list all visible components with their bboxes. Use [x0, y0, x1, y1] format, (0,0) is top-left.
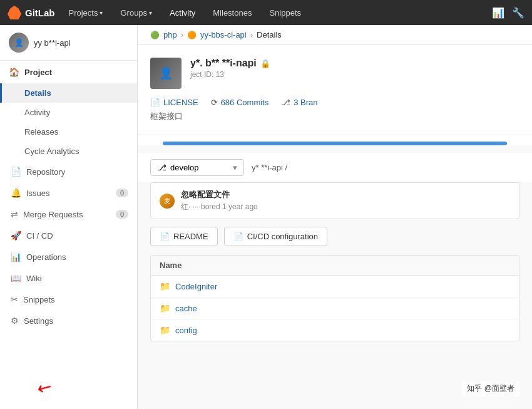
stat-branches[interactable]: ⎇ 3 Bran	[281, 98, 317, 107]
sidebar-item-cycle-analytics[interactable]: Cycle Analytics	[0, 142, 137, 161]
table-row[interactable]: 📁 cache	[151, 298, 519, 319]
stat-commits[interactable]: ⟳ 686 Commits	[211, 98, 269, 107]
file-name: config	[175, 326, 510, 335]
snippets-icon: ✂	[11, 294, 18, 304]
commit-author-avatar: 麦	[160, 194, 175, 209]
home-icon: 🏠	[9, 67, 19, 77]
folder-icon: 📁	[160, 303, 170, 313]
avatar-placeholder: 👤	[14, 38, 24, 47]
table-row[interactable]: 📁 config	[151, 319, 519, 341]
breadcrumb-repo[interactable]: yy-bbs-ci-api	[200, 30, 247, 39]
sidebar-item-cicd[interactable]: 🚀 CI / CD	[0, 225, 137, 246]
folder-icon: 📁	[160, 325, 170, 335]
sidebar-item-issues[interactable]: 🔔 Issues 0	[0, 182, 137, 204]
sidebar-section-label: Project	[24, 68, 52, 77]
project-description: 框架接口	[150, 111, 519, 122]
nav-projects[interactable]: Projects ▾	[65, 6, 107, 20]
sidebar: 👤 yy b**i-api 🏠 Project Details Activity…	[0, 25, 138, 409]
nav-snippets[interactable]: Snippets	[265, 6, 305, 20]
sidebar-item-repository[interactable]: 📄 Repository	[0, 161, 137, 182]
operations-icon: 📊	[11, 252, 21, 262]
file-name: cache	[175, 304, 510, 313]
sidebar-item-operations[interactable]: 📊 Operations	[0, 246, 137, 267]
sidebar-item-releases[interactable]: Releases	[0, 122, 137, 142]
breadcrumb-separator-1: ›	[181, 30, 183, 39]
avatar: 👤	[9, 33, 29, 53]
wiki-icon: 📖	[11, 273, 21, 283]
sidebar-item-snippets[interactable]: ✂ Snippets	[0, 289, 137, 310]
merge-requests-badge: 0	[116, 210, 128, 219]
sidebar-user-section: 👤 yy b**i-api	[0, 25, 137, 61]
sidebar-item-merge-requests[interactable]: ⇄ Merge Requests 0	[0, 204, 137, 225]
commits-icon: ⟳	[211, 98, 218, 107]
project-meta: y*. b** **i-napi 🔒 ject ID: 13	[190, 58, 519, 79]
wrench-icon[interactable]: 🔧	[512, 7, 524, 19]
folder-icon: 📁	[160, 281, 170, 291]
settings-icon: ⚙	[11, 316, 19, 326]
branch-name: develop	[170, 163, 199, 172]
progress-bar	[163, 142, 507, 145]
merge-requests-icon: ⇄	[11, 209, 18, 219]
readme-button[interactable]: 📄 README	[150, 227, 218, 246]
breadcrumb-php[interactable]: php	[163, 30, 177, 39]
license-icon: 📄	[150, 98, 160, 107]
gitlab-logo[interactable]: GitLab	[8, 6, 55, 19]
nav-groups[interactable]: Groups ▾	[116, 6, 156, 20]
nav-milestones[interactable]: Milestones	[209, 6, 255, 20]
table-row[interactable]: 📁 CodeIgniter	[151, 276, 519, 298]
user-name: yy b**i-api	[34, 38, 71, 48]
sidebar-item-activity[interactable]: Activity	[0, 103, 137, 122]
issues-icon: 🔔	[11, 188, 21, 198]
cicd-config-icon: 📄	[233, 232, 243, 241]
sidebar-section-project[interactable]: 🏠 Project	[0, 61, 137, 83]
sidebar-item-wiki[interactable]: 📖 Wiki	[0, 267, 137, 289]
top-navigation: GitLab Projects ▾ Groups ▾ Activity Mile…	[0, 0, 532, 25]
recent-commit: 麦 忽略配置文件 红· ····bored 1 year ago	[150, 182, 519, 219]
project-avatar: 👤	[150, 58, 182, 89]
breadcrumb-current: Details	[257, 30, 282, 39]
branch-selector[interactable]: ⎇ develop ▾	[150, 159, 244, 176]
project-header: 👤 y*. b** **i-napi 🔒 ject ID: 13	[150, 58, 519, 89]
chevron-down-icon: ▾	[233, 163, 237, 172]
branches-icon: ⎇	[281, 98, 290, 107]
nav-activity[interactable]: Activity	[166, 6, 199, 20]
branch-icon: ⎇	[157, 163, 166, 172]
action-buttons: 📄 README 📄 CI/CD configuration	[138, 227, 532, 255]
commit-sub: 红· ····bored 1 year ago	[181, 202, 510, 212]
chart-icon[interactable]: 📊	[492, 7, 504, 19]
breadcrumb: 🟢 php › 🟠 yy-bbs-ci-api › Details	[138, 25, 532, 45]
readme-icon: 📄	[160, 232, 170, 241]
watermark: 知乎 @面壁者	[462, 381, 519, 396]
repository-icon: 📄	[11, 167, 21, 177]
gitlab-fox-icon	[8, 6, 21, 19]
cicd-icon: 🚀	[11, 230, 21, 241]
file-table: Name 📁 CodeIgniter 📁 cache 📁 config	[150, 255, 519, 341]
project-title: y*. b** **i-napi 🔒	[190, 58, 519, 69]
sidebar-item-details[interactable]: Details	[0, 83, 137, 103]
branch-path: y* **i-api /	[252, 163, 287, 172]
gitlab-brand-label: GitLab	[25, 8, 55, 18]
php-icon: 🟢	[150, 31, 160, 39]
page-layout: 👤 yy b**i-api 🏠 Project Details Activity…	[0, 25, 532, 409]
branch-area: ⎇ develop ▾ y* **i-api /	[138, 153, 532, 182]
lock-icon: 🔒	[260, 59, 270, 68]
breadcrumb-separator-2: ›	[250, 30, 253, 39]
cicd-config-button[interactable]: 📄 CI/CD configuration	[224, 227, 327, 246]
file-table-header: Name	[151, 256, 519, 276]
project-id: ject ID: 13	[190, 70, 519, 79]
nav-icon-group: 📊 🔧	[492, 7, 524, 19]
chevron-down-icon: ▾	[100, 9, 103, 16]
sidebar-item-settings[interactable]: ⚙ Settings	[0, 310, 137, 331]
project-stats: 📄 LICENSE ⟳ 686 Commits ⎇ 3 Bran	[150, 98, 519, 107]
commit-message: 忽略配置文件	[181, 189, 510, 200]
file-name: CodeIgniter	[175, 282, 510, 291]
repo-icon: 🟠	[187, 31, 197, 39]
chevron-down-icon: ▾	[149, 9, 152, 16]
commit-info: 忽略配置文件 红· ····bored 1 year ago	[181, 189, 510, 212]
stat-license[interactable]: 📄 LICENSE	[150, 98, 198, 107]
main-content: 🟢 php › 🟠 yy-bbs-ci-api › Details 👤 y*. …	[138, 25, 532, 409]
issues-badge: 0	[116, 189, 128, 197]
project-info-area: 👤 y*. b** **i-napi 🔒 ject ID: 13 📄 LICEN…	[138, 45, 532, 135]
